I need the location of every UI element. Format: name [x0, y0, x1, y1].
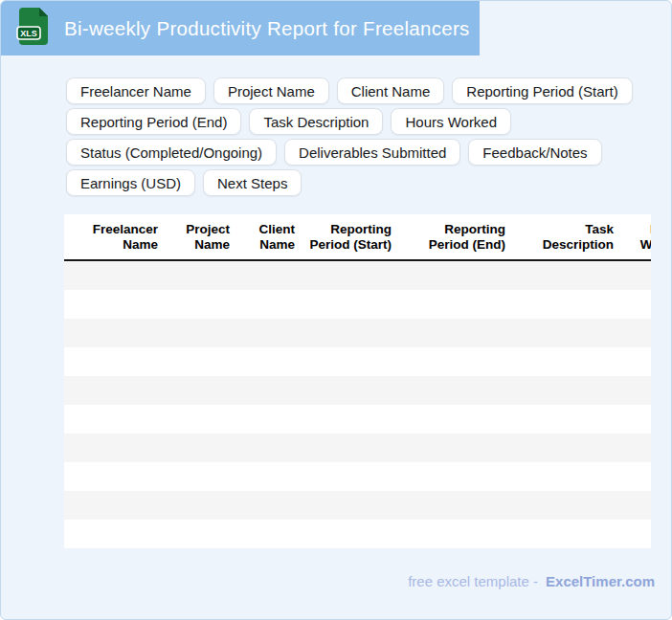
table-cell: [505, 491, 614, 520]
chip-status-completed-ongoing[interactable]: Status (Completed/Ongoing): [66, 139, 277, 166]
table-cell: [64, 319, 158, 347]
table-header-task-description: Task Description: [505, 214, 614, 260]
table-cell: [230, 520, 295, 548]
table-cell: [392, 433, 505, 462]
table-header-project-name: Project Name: [158, 214, 230, 260]
table-cell: [158, 347, 230, 376]
chip-task-description[interactable]: Task Description: [249, 108, 383, 135]
table-row: [64, 433, 651, 462]
table-cell: [158, 376, 230, 405]
table-cell: [64, 347, 158, 376]
table-cell: [158, 462, 230, 491]
preview-table: Freelancer NameProject NameClient NameRe…: [64, 214, 651, 548]
table-cell: [392, 491, 505, 520]
table-row: [64, 462, 651, 491]
table-cell: [230, 433, 295, 462]
template-preview-page: XLS Bi-weekly Productivity Report for Fr…: [0, 0, 672, 620]
page-title: Bi-weekly Productivity Report for Freela…: [64, 17, 470, 40]
table-header-reporting-period-end: Reporting Period (End): [392, 214, 505, 260]
table-cell: [505, 290, 614, 319]
table-cell: [392, 290, 505, 319]
table-cell: [295, 433, 392, 462]
chip-hours-worked[interactable]: Hours Worked: [391, 108, 511, 135]
table-cell: [295, 290, 392, 319]
preview-table-head: Freelancer NameProject NameClient NameRe…: [64, 214, 651, 260]
table-cell: [64, 491, 158, 520]
table-cell: [64, 462, 158, 491]
table-cell: [392, 405, 505, 433]
table-cell: [295, 491, 392, 520]
chip-feedback-notes[interactable]: Feedback/Notes: [468, 139, 601, 166]
xls-icon-label: XLS: [20, 29, 37, 38]
table-cell: [230, 491, 295, 520]
table-cell: [614, 260, 651, 290]
table-cell: [614, 491, 651, 520]
table-cell: [505, 520, 614, 548]
table-cell: [505, 319, 614, 347]
chip-reporting-period-start[interactable]: Reporting Period (Start): [452, 78, 632, 104]
table-header-reporting-period-start: Reporting Period (Start): [295, 214, 392, 260]
chip-deliverables-submitted[interactable]: Deliverables Submitted: [284, 139, 460, 166]
preview-table-body: [64, 260, 651, 548]
table-header-client-name: Client Name: [230, 214, 295, 260]
table-cell: [158, 260, 230, 290]
table-cell: [295, 319, 392, 347]
table-cell: [614, 405, 651, 433]
table-cell: [230, 462, 295, 491]
table-cell: [392, 462, 505, 491]
table-row: [64, 260, 651, 290]
table-header-row: Freelancer NameProject NameClient NameRe…: [64, 214, 651, 260]
table-header-hours-worked: Hours Worked: [614, 214, 651, 260]
chip-row: Freelancer NameProject NameClient NameRe…: [66, 78, 650, 104]
table-cell: [64, 376, 158, 405]
table-cell: [392, 319, 505, 347]
table-cell: [505, 347, 614, 376]
xls-file-icon: XLS: [16, 7, 49, 50]
chip-client-name[interactable]: Client Name: [337, 78, 445, 104]
table-cell: [64, 520, 158, 548]
header-bar: XLS Bi-weekly Productivity Report for Fr…: [1, 1, 480, 55]
table-header-freelancer-name: Freelancer Name: [64, 214, 158, 260]
table-cell: [295, 260, 392, 290]
table-cell: [392, 376, 505, 405]
table-row: [64, 319, 651, 347]
table-cell: [230, 376, 295, 405]
chip-freelancer-name[interactable]: Freelancer Name: [66, 78, 206, 104]
table-cell: [158, 491, 230, 520]
table-cell: [295, 462, 392, 491]
table-cell: [158, 405, 230, 433]
chip-reporting-period-end[interactable]: Reporting Period (End): [66, 108, 241, 135]
table-cell: [614, 520, 651, 548]
column-chip-list: Freelancer NameProject NameClient NameRe…: [66, 78, 650, 200]
table-cell: [505, 376, 614, 405]
table-cell: [64, 260, 158, 290]
chip-next-steps[interactable]: Next Steps: [203, 169, 302, 196]
table-cell: [230, 319, 295, 347]
table-cell: [505, 260, 614, 290]
footer-credit: free excel template -ExcelTimer.com: [408, 573, 655, 589]
table-cell: [505, 462, 614, 491]
table-cell: [64, 405, 158, 433]
table-cell: [158, 433, 230, 462]
table-cell: [230, 290, 295, 319]
table-cell: [392, 520, 505, 548]
table-cell: [295, 520, 392, 548]
footer-text: free excel template -: [408, 573, 538, 589]
table-cell: [64, 290, 158, 319]
table-cell: [295, 347, 392, 376]
table-cell: [392, 260, 505, 290]
chip-project-name[interactable]: Project Name: [213, 78, 329, 104]
table-cell: [392, 347, 505, 376]
table-cell: [295, 405, 392, 433]
table-cell: [614, 347, 651, 376]
table-row: [64, 520, 651, 548]
chip-earnings-usd[interactable]: Earnings (USD): [66, 169, 195, 196]
chip-row: Reporting Period (End)Task DescriptionHo…: [66, 108, 650, 135]
table-cell: [158, 319, 230, 347]
table-cell: [505, 405, 614, 433]
brand-link[interactable]: ExcelTimer.com: [546, 573, 655, 589]
table-cell: [614, 433, 651, 462]
table-cell: [614, 376, 651, 405]
chip-row: Status (Completed/Ongoing)Deliverables S…: [66, 139, 650, 166]
table-cell: [614, 319, 651, 347]
